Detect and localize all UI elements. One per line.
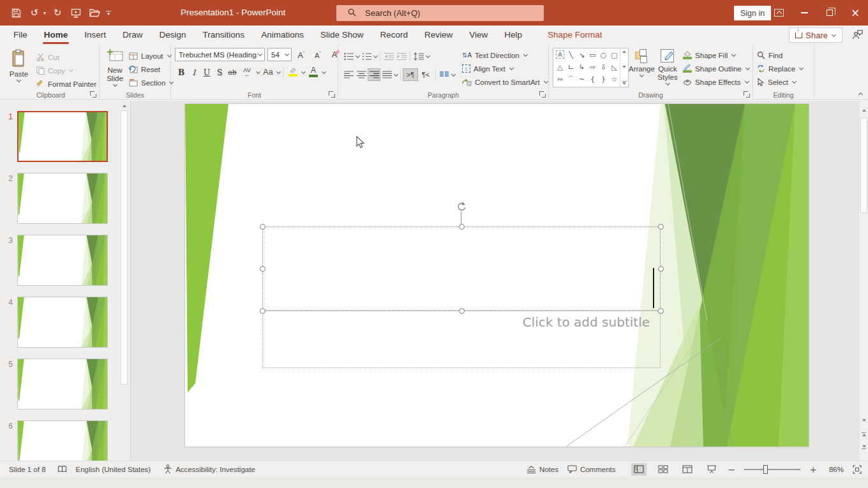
italic-button[interactable]: I <box>188 66 200 78</box>
shape-option-4[interactable]: ○ <box>598 49 609 61</box>
slide-thumbnail-3[interactable]: 3 <box>3 235 130 286</box>
shape-option-3[interactable]: ▭ <box>587 49 598 61</box>
tab-animations[interactable]: Animations <box>253 26 312 45</box>
font-family-combo[interactable]: Trebuchet MS (Headings) <box>175 48 265 61</box>
customize-qat-icon[interactable]: ▾ <box>106 11 111 15</box>
align-text-button[interactable]: ↕ Align Text <box>462 62 548 75</box>
align-left-button[interactable] <box>342 68 355 81</box>
resize-handle-bottom-right[interactable] <box>658 308 664 314</box>
slide-thumbnail-2[interactable]: 2 <box>3 173 130 224</box>
underline-button[interactable]: U <box>200 66 213 78</box>
tab-shape-format[interactable]: Shape Format <box>539 26 611 45</box>
increase-indent-button[interactable] <box>395 50 408 63</box>
font-size-combo[interactable]: 54 <box>267 48 292 61</box>
resize-handle-top-right[interactable] <box>658 224 664 230</box>
undo-dropdown-icon[interactable]: ▾ <box>43 10 46 16</box>
tab-record[interactable]: Record <box>371 26 416 45</box>
slide-thumbnail-5[interactable]: 5 <box>3 359 130 410</box>
shape-option-6[interactable]: △ <box>555 61 565 73</box>
zoom-slider[interactable] <box>744 469 800 470</box>
slide-thumbnail-1[interactable]: 1 <box>3 111 130 162</box>
shape-option-17[interactable]: ☆ <box>609 73 620 85</box>
tab-home[interactable]: Home <box>36 26 77 45</box>
right-to-left-button[interactable]: ¶< <box>418 68 433 81</box>
next-slide-icon[interactable] <box>859 443 868 452</box>
shape-option-15[interactable]: { <box>587 73 598 85</box>
slide-thumbnail-4[interactable]: 4 <box>3 297 130 348</box>
left-to-right-button[interactable]: >¶ <box>403 68 418 81</box>
spell-check-button[interactable] <box>57 465 67 473</box>
close-icon[interactable]: × <box>842 0 868 26</box>
subtitle-placeholder[interactable]: Click to add subtitle <box>262 311 661 368</box>
tab-design[interactable]: Design <box>151 26 195 45</box>
thumbnail-scrollbar[interactable] <box>119 101 129 461</box>
chevron-down-icon[interactable] <box>301 69 306 73</box>
shape-option-2[interactable]: ↘ <box>576 49 587 61</box>
chevron-down-icon[interactable] <box>322 69 326 73</box>
shape-option-7[interactable]: ∟ <box>565 61 576 73</box>
copy-button[interactable]: Copy <box>36 64 96 77</box>
shape-fill-button[interactable]: Shape Fill <box>683 48 750 62</box>
shape-effects-button[interactable]: Shape Effects <box>683 75 750 89</box>
zoom-level[interactable]: 86% <box>826 466 844 473</box>
text-shadow-button[interactable]: S <box>213 66 226 78</box>
tab-draw[interactable]: Draw <box>114 26 151 45</box>
previous-slide-icon[interactable] <box>859 430 868 439</box>
font-color-button[interactable]: A <box>306 66 321 78</box>
rotate-handle-icon[interactable] <box>456 201 467 212</box>
zoom-out-button[interactable]: − <box>728 464 736 475</box>
chevron-down-icon[interactable] <box>394 71 398 76</box>
normal-view-button[interactable] <box>631 463 647 476</box>
thumbnail-scrollbar-thumb[interactable] <box>121 110 128 385</box>
zoom-in-button[interactable]: + <box>809 464 817 475</box>
paragraph-dialog-launcher-icon[interactable] <box>539 91 546 98</box>
gallery-more-icon[interactable] <box>622 81 627 85</box>
resize-handle-bottom-left[interactable] <box>260 308 266 314</box>
collapse-ribbon-icon[interactable] <box>858 88 863 97</box>
resize-handle-bottom-center[interactable] <box>459 308 465 314</box>
scrollbar-thumb[interactable] <box>860 117 867 213</box>
shape-option-8[interactable]: ↳ <box>576 61 587 73</box>
shape-option-5[interactable]: ▢ <box>609 49 620 61</box>
undo-icon[interactable]: ↺ <box>27 6 41 20</box>
justify-button[interactable] <box>380 68 393 81</box>
accessibility-checker[interactable]: Accessibility: Investigate <box>163 464 255 474</box>
tab-slide-show[interactable]: Slide Show <box>312 26 372 45</box>
layout-button[interactable]: Layout <box>129 49 174 63</box>
shape-option-13[interactable]: ⌒ <box>565 73 576 85</box>
tab-insert[interactable]: Insert <box>76 26 114 45</box>
start-slideshow-icon[interactable] <box>69 6 83 20</box>
chevron-down-icon[interactable] <box>276 69 281 73</box>
slide-thumbnail-6[interactable]: 6 <box>3 420 130 461</box>
slide-sorter-view-button[interactable] <box>655 463 671 476</box>
shape-option-0[interactable]: A <box>556 50 564 59</box>
bullets-button[interactable] <box>342 50 355 63</box>
text-highlight-button[interactable] <box>285 66 301 78</box>
columns-button[interactable] <box>438 68 451 81</box>
reading-view-button[interactable] <box>680 463 695 476</box>
reset-button[interactable]: Reset <box>129 63 174 76</box>
shape-option-9[interactable]: ⇨ <box>587 61 598 73</box>
slide-indicator[interactable]: Slide 1 of 8 <box>9 466 46 473</box>
line-spacing-button[interactable] <box>412 50 425 63</box>
resize-handle-top-center[interactable] <box>459 224 465 230</box>
drawing-dialog-launcher-icon[interactable] <box>744 91 750 98</box>
shape-option-1[interactable]: ╲ <box>565 49 576 61</box>
redo-icon[interactable]: ↻ <box>50 6 64 20</box>
shape-option-11[interactable]: ◺ <box>609 61 620 73</box>
strikethrough-button[interactable]: ab <box>226 66 239 78</box>
resize-handle-mid-right[interactable] <box>658 266 664 272</box>
tab-file[interactable]: File <box>5 26 36 45</box>
select-button[interactable]: Select <box>757 75 804 89</box>
slideshow-view-button[interactable] <box>704 463 719 476</box>
gallery-scroll-down-icon[interactable] <box>622 66 626 68</box>
scroll-up-icon[interactable] <box>859 106 868 115</box>
format-painter-button[interactable]: Format Painter <box>36 77 96 91</box>
language-indicator[interactable]: English (United States) <box>76 466 151 473</box>
align-right-button[interactable] <box>368 68 380 81</box>
font-dialog-launcher-icon[interactable] <box>329 91 335 98</box>
resize-handle-mid-left[interactable] <box>260 266 266 272</box>
bold-button[interactable]: B <box>175 66 188 78</box>
replace-button[interactable]: Replace <box>757 62 804 75</box>
comments-button[interactable]: Comments <box>567 465 616 473</box>
